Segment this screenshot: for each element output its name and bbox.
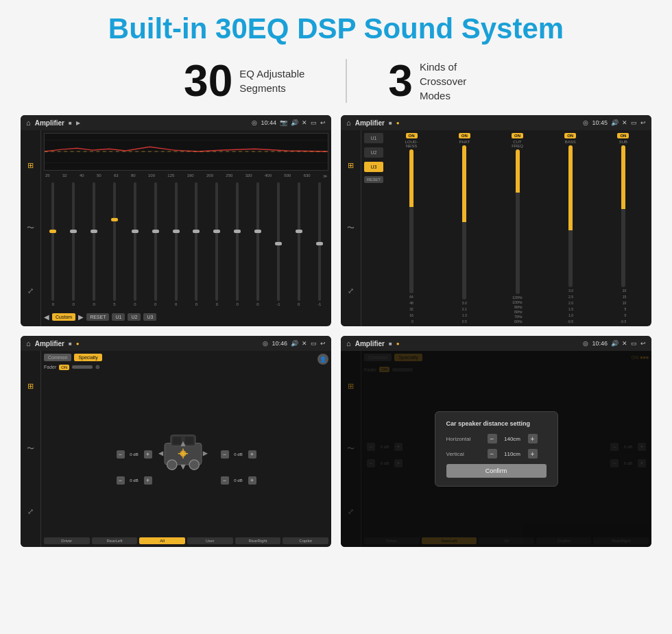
volume-icon-spk[interactable]: 🔊 [291, 340, 298, 347]
cutfreq-on[interactable]: ON [512, 133, 523, 138]
db-minus-tl[interactable]: − [117, 450, 125, 459]
all-btn[interactable]: All [139, 537, 185, 544]
driver-btn[interactable]: Driver [44, 537, 90, 544]
common-tab-spk[interactable]: Common [44, 354, 71, 361]
eq-sidebar-icon-2[interactable]: 〜 [27, 223, 34, 233]
eq-freq-labels: 25 32 40 50 63 80 100 125 160 200 250 32… [44, 173, 328, 179]
stats-row: 30 EQ AdjustableSegments 3 Kinds ofCross… [0, 59, 672, 103]
close-icon-xo[interactable]: ✕ [622, 119, 627, 126]
xo-sidebar-icon-2[interactable]: 〜 [347, 223, 355, 233]
bass-on[interactable]: ON [564, 133, 576, 138]
volume-icon-xo[interactable]: 🔊 [611, 119, 619, 126]
vertical-plus[interactable]: + [528, 449, 538, 459]
screen-icon-spk[interactable]: ▭ [311, 340, 317, 347]
back-icon-spk[interactable]: ↩ [320, 340, 326, 347]
vertical-minus[interactable]: − [488, 449, 497, 459]
loudness-on[interactable]: ON [406, 133, 418, 138]
car-speaker-dialog-overlay: Car speaker distance setting Horizontal … [341, 351, 651, 547]
eq-slider-9[interactable]: 0 [228, 182, 247, 306]
phat-on[interactable]: ON [459, 133, 470, 138]
sub-on[interactable]: ON [617, 133, 629, 138]
sub-slider[interactable] [621, 145, 625, 287]
eq-slider-1[interactable]: 0 [64, 182, 83, 306]
copilot-btn[interactable]: Copilot [283, 537, 328, 544]
rearright-btn[interactable]: RearRight [235, 537, 281, 544]
eq-number: 30 [184, 59, 232, 103]
home-icon[interactable]: ⌂ [26, 119, 31, 127]
eq-slider-12[interactable]: 0 [289, 182, 308, 306]
xo-reset-btn[interactable]: RESET [364, 176, 383, 183]
eq-slider-2[interactable]: 0 [85, 182, 104, 306]
confirm-button[interactable]: Confirm [446, 464, 547, 478]
eq-slider-3[interactable]: 5 [106, 182, 124, 306]
eq-slider-13[interactable]: -1 [310, 182, 328, 306]
eq-slider-10[interactable]: 0 [249, 182, 267, 306]
custom-btn[interactable]: Custom [52, 313, 75, 321]
close-icon[interactable]: ✕ [302, 119, 307, 126]
db-minus-bl[interactable]: − [117, 476, 125, 485]
close-icon-dlg[interactable]: ✕ [622, 340, 627, 347]
loudness-slider[interactable] [409, 149, 413, 293]
page-title: Built-in 30EQ DSP Sound System [0, 12, 672, 45]
u3-preset[interactable]: U3 [364, 162, 383, 172]
u2-btn-eq[interactable]: U2 [128, 313, 141, 321]
app-title-xo: Amplifier [355, 119, 385, 127]
eq-sidebar-icon-3[interactable]: ⤢ [27, 286, 34, 295]
fader-slider[interactable] [72, 365, 93, 369]
spk-sidebar-icon-1[interactable]: ⊞ [27, 382, 34, 391]
spk-sidebar-icon-3[interactable]: ⤢ [27, 507, 34, 516]
u2-preset[interactable]: U2 [364, 147, 383, 158]
reset-btn-eq[interactable]: RESET [86, 313, 109, 321]
home-icon-spk[interactable]: ⌂ [26, 339, 31, 348]
close-icon-spk[interactable]: ✕ [302, 340, 307, 347]
loudness-label: LOUD-NESS [405, 140, 418, 148]
rearleft-btn[interactable]: RearLeft [92, 537, 138, 544]
user-btn[interactable]: User [187, 537, 233, 544]
horizontal-label: Horizontal [446, 436, 484, 442]
eq-slider-6[interactable]: 0 [167, 182, 185, 306]
db-plus-br[interactable]: + [248, 476, 256, 485]
back-icon-dlg[interactable]: ↩ [640, 340, 646, 347]
eq-prev-arrow[interactable]: ◀ [44, 313, 49, 321]
home-icon-dlg[interactable]: ⌂ [346, 339, 351, 348]
home-icon-xo[interactable]: ⌂ [346, 119, 351, 127]
db-minus-br[interactable]: − [221, 476, 229, 485]
u1-btn-eq[interactable]: U1 [112, 313, 125, 321]
eq-slider-7[interactable]: 0 [187, 182, 206, 306]
eq-slider-4[interactable]: 0 [125, 182, 144, 306]
back-icon-xo[interactable]: ↩ [640, 119, 646, 126]
volume-icon[interactable]: 🔊 [291, 119, 298, 126]
speaker-screen-card: ⌂ Amplifier ■ ● ◎ 10:46 🔊 ✕ ▭ ↩ ⊞ 〜 ⤢ 👤 [21, 336, 331, 547]
eq-slider-0[interactable]: 0 [44, 182, 62, 306]
xo-sidebar-icon-3[interactable]: ⤢ [348, 286, 354, 295]
horizontal-minus[interactable]: − [488, 434, 497, 443]
db-plus-tr[interactable]: + [248, 450, 256, 459]
xo-sidebar-icon-1[interactable]: ⊞ [348, 161, 354, 170]
screen-icon-dlg[interactable]: ▭ [631, 340, 637, 347]
spk-sidebar-icon-2[interactable]: 〜 [27, 443, 34, 454]
eq-next-arrow[interactable]: ▶ [78, 313, 84, 321]
screen-icon[interactable]: ▭ [311, 119, 317, 126]
cutfreq-slider[interactable] [516, 149, 520, 294]
xo-dot: ● [396, 120, 400, 126]
db-plus-bl[interactable]: + [144, 476, 152, 485]
db-plus-tl[interactable]: + [144, 450, 152, 459]
screen-icon-xo[interactable]: ▭ [631, 119, 637, 126]
eq-record-icon: ■ [69, 120, 72, 126]
left-db-controls: − 0 dB + − 0 dB + [117, 450, 152, 485]
eq-slider-11[interactable]: -1 [269, 182, 287, 306]
bass-slider[interactable] [568, 145, 573, 287]
volume-icon-dlg[interactable]: 🔊 [611, 340, 619, 347]
eq-slider-8[interactable]: 0 [208, 182, 226, 306]
specialty-tab-spk[interactable]: Specialty [74, 354, 101, 361]
u1-preset[interactable]: U1 [364, 133, 383, 143]
back-icon[interactable]: ↩ [320, 119, 326, 126]
db-minus-tr[interactable]: − [221, 450, 229, 459]
u3-btn-eq[interactable]: U3 [143, 313, 156, 321]
phat-slider[interactable] [462, 145, 466, 300]
eq-sidebar-icon-1[interactable]: ⊞ [27, 161, 34, 170]
horizontal-plus[interactable]: + [528, 434, 538, 443]
eq-slider-5[interactable]: 0 [146, 182, 165, 306]
eq-play-icon[interactable]: ▶ [76, 120, 80, 126]
fader-on-badge[interactable]: ON [59, 365, 69, 370]
